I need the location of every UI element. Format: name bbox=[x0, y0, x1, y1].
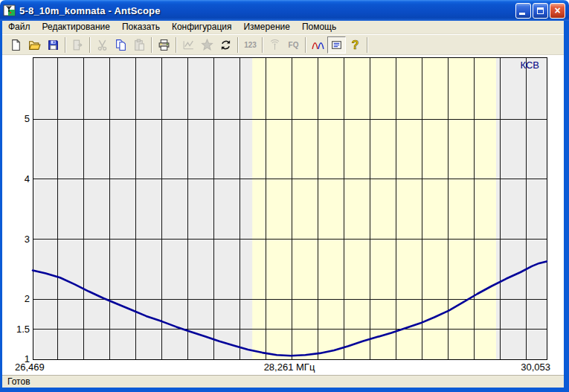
y-axis-tick-label: 5 bbox=[2, 113, 30, 124]
antscope-app-icon bbox=[3, 4, 16, 17]
copy-icon bbox=[115, 39, 127, 51]
minimize-icon bbox=[519, 13, 525, 15]
open-file-button[interactable] bbox=[25, 36, 44, 54]
new-file-button[interactable] bbox=[7, 36, 25, 54]
y-axis-tick-label: 3 bbox=[2, 234, 30, 245]
scissors-icon bbox=[96, 39, 109, 51]
cut-button bbox=[93, 36, 112, 54]
svg-text:?: ? bbox=[352, 39, 359, 51]
toolbar-separator bbox=[237, 37, 239, 53]
chart-panel: 11.5234526,46928,261 МГц30,053КСВ bbox=[2, 55, 564, 375]
help-button[interactable]: ? bbox=[346, 36, 364, 54]
close-button[interactable]: × bbox=[550, 3, 565, 19]
x-axis-label: 30,053 bbox=[487, 362, 550, 373]
close-icon: × bbox=[554, 5, 560, 16]
menu-bar: ФайлРедактированиеПоказатьКонфигурацияИз… bbox=[2, 21, 564, 34]
x-axis-label: 28,261 МГц bbox=[215, 362, 364, 373]
menu-item-measure[interactable]: Измерение bbox=[237, 21, 295, 33]
chart-check-icon bbox=[182, 39, 195, 51]
status-text: Готов bbox=[7, 376, 30, 387]
toolbar-separator bbox=[367, 37, 368, 53]
swr-curves-icon bbox=[312, 39, 324, 51]
swr-chart-plot[interactable] bbox=[2, 55, 564, 375]
menu-item-view[interactable]: Показать bbox=[116, 21, 166, 33]
chart-title: КСВ bbox=[465, 60, 539, 71]
antenna-button bbox=[266, 36, 284, 54]
antenna-icon bbox=[269, 39, 281, 51]
toolbar-separator bbox=[176, 37, 177, 53]
toolbar-separator bbox=[151, 37, 152, 53]
y-axis-tick-label: 1.5 bbox=[2, 324, 30, 335]
y-axis-tick-label: 4 bbox=[2, 173, 30, 184]
toolbar-separator bbox=[262, 37, 263, 53]
toolbar-separator bbox=[305, 37, 306, 53]
antscope-window: 5-8_10m_komnata - AntScope × ФайлРедакти… bbox=[0, 0, 569, 392]
menu-item-config[interactable]: Конфигурация bbox=[166, 21, 238, 33]
status-bar: Готов bbox=[2, 375, 564, 388]
toolbar-separator bbox=[89, 37, 91, 53]
export-button bbox=[68, 36, 87, 54]
save-file-button[interactable] bbox=[44, 36, 62, 54]
toolbar-separator bbox=[65, 37, 66, 53]
refresh-icon bbox=[219, 39, 232, 51]
minimize-button[interactable] bbox=[515, 3, 531, 19]
menu-item-help[interactable]: Помощь bbox=[296, 21, 342, 33]
open-folder-icon bbox=[28, 39, 41, 51]
frequency-button: FQ bbox=[284, 36, 303, 54]
y-axis-tick-label: 2 bbox=[2, 293, 30, 304]
report-view-button[interactable] bbox=[327, 36, 346, 54]
menu-item-file[interactable]: Файл bbox=[2, 21, 36, 33]
help-question-icon: ? bbox=[349, 39, 361, 51]
export-page-icon bbox=[71, 39, 84, 51]
window-body: ФайлРедактированиеПоказатьКонфигурацияИз… bbox=[0, 21, 569, 392]
star-icon bbox=[201, 39, 213, 51]
save-floppy-icon bbox=[47, 39, 60, 51]
maximize-button[interactable] bbox=[533, 3, 548, 19]
copy-button[interactable] bbox=[112, 36, 130, 54]
numeric-view-button: 123 bbox=[241, 36, 260, 54]
validate-chart-button bbox=[179, 36, 198, 54]
paste-button bbox=[130, 36, 149, 54]
toolbar: 123FQ? bbox=[2, 34, 564, 55]
paste-icon bbox=[133, 39, 146, 51]
swr-chart-button[interactable] bbox=[309, 36, 327, 54]
x-axis-label: 26,469 bbox=[15, 362, 45, 373]
printer-icon bbox=[158, 39, 170, 51]
refresh-button[interactable] bbox=[216, 36, 235, 54]
menu-item-edit[interactable]: Редактирование bbox=[36, 21, 116, 33]
maximize-icon bbox=[537, 7, 544, 14]
fq-icon: FQ bbox=[289, 41, 299, 49]
numbers-123-icon: 123 bbox=[244, 41, 257, 49]
band-highlight-10m bbox=[252, 57, 496, 359]
report-list-icon bbox=[330, 39, 343, 51]
window-title: 5-8_10m_komnata - AntScope bbox=[19, 5, 515, 16]
print-button[interactable] bbox=[155, 36, 173, 54]
new-document-icon bbox=[10, 39, 22, 51]
marker-button bbox=[198, 36, 216, 54]
title-bar[interactable]: 5-8_10m_komnata - AntScope × bbox=[0, 0, 569, 21]
